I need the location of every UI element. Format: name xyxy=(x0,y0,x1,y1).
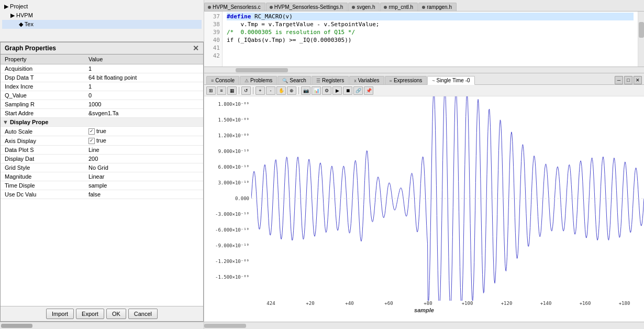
bottom-tab-problems[interactable]: ⚠Problems xyxy=(240,76,277,84)
tab-label: Variables xyxy=(358,78,380,83)
toolbar-btn-zoom-out[interactable]: - xyxy=(266,86,275,95)
toolbar-btn-6[interactable]: 📷 xyxy=(301,86,310,95)
toolbar-btn-7[interactable]: 📊 xyxy=(312,86,321,95)
y-axis-label: 1.200×10⁻⁰⁹ xyxy=(206,133,249,138)
prop-value[interactable]: Line xyxy=(84,146,203,155)
close-panel-icon[interactable]: ✕ xyxy=(634,76,642,84)
checkbox-icon[interactable] xyxy=(88,138,95,144)
maximize-icon[interactable]: □ xyxy=(624,76,632,84)
vscroll-thumb[interactable] xyxy=(639,22,644,38)
tab-label: Problems xyxy=(250,78,272,83)
y-axis-label: -1.500×10⁻⁰⁹ xyxy=(206,275,249,280)
code-tab-4[interactable]: rampgen.h xyxy=(418,3,457,11)
tab-icon: ≡ xyxy=(211,78,214,83)
separator-1 xyxy=(239,87,239,94)
project-tree: ▶ Project ▶ HVPM ◆ Tex xyxy=(0,0,204,42)
prop-value[interactable]: No Grid xyxy=(84,163,203,172)
section-header[interactable]: ▼Display Prope xyxy=(1,118,203,127)
toolbar-btn-3[interactable]: ▦ xyxy=(227,86,237,95)
project-tree-item[interactable]: ▶ Project xyxy=(2,2,202,11)
prop-value[interactable]: 64 bit floating point xyxy=(84,73,203,82)
bottom-tab-expressions[interactable]: =Expressions xyxy=(385,76,427,84)
collapse-icon[interactable]: ▼ xyxy=(3,119,8,125)
tab-label: HVPM_Sensorless.c xyxy=(213,4,261,10)
col-value: Value xyxy=(84,54,203,64)
toolbar-btn-5[interactable]: ⊕ xyxy=(287,86,296,95)
prop-value[interactable]: 0 xyxy=(84,91,203,100)
tab-label: Console xyxy=(215,78,235,83)
prop-name: Axis Display xyxy=(1,136,84,146)
prop-name: Display Dat xyxy=(1,155,84,163)
toolbar-btn-pan[interactable]: ✋ xyxy=(276,86,286,95)
export-button[interactable]: Export xyxy=(76,309,104,319)
prop-value[interactable]: true xyxy=(84,136,203,146)
bottom-tab-variables[interactable]: xVariables xyxy=(349,76,384,84)
graph-properties-panel: Graph Properties ✕ Property Value Acquis… xyxy=(0,42,204,322)
x-axis-label-item: +100 xyxy=(448,301,487,306)
line-numbers: 373839404142 xyxy=(204,12,223,67)
project-tree-item[interactable]: ▶ HVPM xyxy=(2,11,202,20)
prop-value[interactable]: &svgen1.Ta xyxy=(84,109,203,118)
y-axis-label: -1.200×10⁻⁰⁹ xyxy=(206,259,249,264)
toolbar-btn-10[interactable]: ⏹ xyxy=(343,86,352,95)
project-tree-item-tex[interactable]: ◆ Tex xyxy=(2,20,202,29)
code-tab-0[interactable]: HVPM_Sensorless.c xyxy=(204,3,265,11)
chart-plot[interactable] xyxy=(251,96,644,301)
prop-value[interactable]: 200 xyxy=(84,155,203,163)
bottom-tab-registers[interactable]: ☰Registers xyxy=(312,76,349,84)
scrollbar-thumb[interactable] xyxy=(1,324,32,328)
prop-value[interactable]: 1 xyxy=(84,64,203,73)
prop-value[interactable]: false xyxy=(84,190,203,199)
toolbar-btn-11[interactable]: 🔗 xyxy=(353,86,363,95)
minimize-icon[interactable]: ─ xyxy=(615,76,623,84)
prop-value[interactable]: 1000 xyxy=(84,100,203,109)
bullet-icon: ◆ xyxy=(19,21,25,27)
checkbox-icon[interactable] xyxy=(88,128,95,135)
toolbar-btn-9[interactable]: ▶ xyxy=(332,86,342,95)
code-vscrollbar[interactable] xyxy=(638,12,644,67)
hscroll-thumb[interactable] xyxy=(236,68,288,72)
prop-value[interactable]: sample xyxy=(84,181,203,190)
tab-label: Registers xyxy=(322,78,344,83)
code-line: #define RC_MACRO(v) xyxy=(227,13,634,20)
code-text[interactable]: #define RC_MACRO(v) v.Tmp = v.TargetValu… xyxy=(223,12,638,67)
prop-value[interactable]: true xyxy=(84,127,203,136)
toolbar-btn-1[interactable]: ⊞ xyxy=(206,86,216,95)
bottom-tab-console[interactable]: ≡Console xyxy=(206,76,239,84)
y-axis-label: -3.000×10⁻¹⁰ xyxy=(206,212,249,217)
props-buttons: Import Export OK Cancel xyxy=(1,306,203,321)
bottom-tab-single-time--0[interactable]: ~Single Time -0 xyxy=(427,76,474,85)
toolbar-btn-8[interactable]: ⚙ xyxy=(322,86,331,95)
tab-dot xyxy=(384,6,387,9)
chart-canvas xyxy=(251,96,644,301)
prop-value[interactable]: 1 xyxy=(84,82,203,91)
y-axis: 1.800×10⁻⁰⁹1.500×10⁻⁰⁹1.200×10⁻⁰⁹9.000×1… xyxy=(204,96,251,301)
toolbar-btn-4[interactable]: ↺ xyxy=(241,86,251,95)
cancel-button[interactable]: Cancel xyxy=(128,309,158,319)
tree-expand-icon: ▶ xyxy=(4,3,10,9)
code-hscrollbar[interactable] xyxy=(204,67,644,73)
bottom-hscrollbar[interactable] xyxy=(204,322,644,329)
x-axis-label-item: +140 xyxy=(526,301,565,306)
code-line: if (_IQabs(v.Tmp) >= _IQ(0.0000305)) xyxy=(227,36,634,44)
ok-button[interactable]: OK xyxy=(106,309,126,319)
left-panel-scrollbar[interactable] xyxy=(0,322,204,329)
bottom-tab-search[interactable]: 🔍Search xyxy=(277,76,311,84)
toolbar-btn-12[interactable]: 📌 xyxy=(364,86,373,95)
prop-name: Index Incre xyxy=(1,82,84,91)
code-content: 373839404142 #define RC_MACRO(v) v.Tmp =… xyxy=(204,12,644,67)
toolbar-btn-2[interactable]: ≡ xyxy=(217,86,226,95)
tab-label: rmp_cntl.h xyxy=(388,4,413,10)
close-icon[interactable]: ✕ xyxy=(193,44,199,52)
code-tab-2[interactable]: svgen.h xyxy=(348,3,380,11)
prop-value[interactable]: Linear xyxy=(84,172,203,181)
x-axis-label-item: +20 xyxy=(291,301,330,306)
x-axis-label-item: +180 xyxy=(605,301,644,306)
import-button[interactable]: Import xyxy=(46,309,74,319)
toolbar-btn-zoom-in[interactable]: + xyxy=(256,86,265,95)
code-tab-3[interactable]: rmp_cntl.h xyxy=(380,3,418,11)
bottom-hscroll-thumb[interactable] xyxy=(204,324,246,328)
code-line: v.Tmp = v.TargetValue - v.SetpointValue; xyxy=(227,20,634,28)
code-tab-1[interactable]: HVPM_Sensorless-Settings.h xyxy=(266,3,348,11)
bottom-tab-bar: ≡Console⚠Problems🔍Search☰RegistersxVaria… xyxy=(204,73,644,85)
